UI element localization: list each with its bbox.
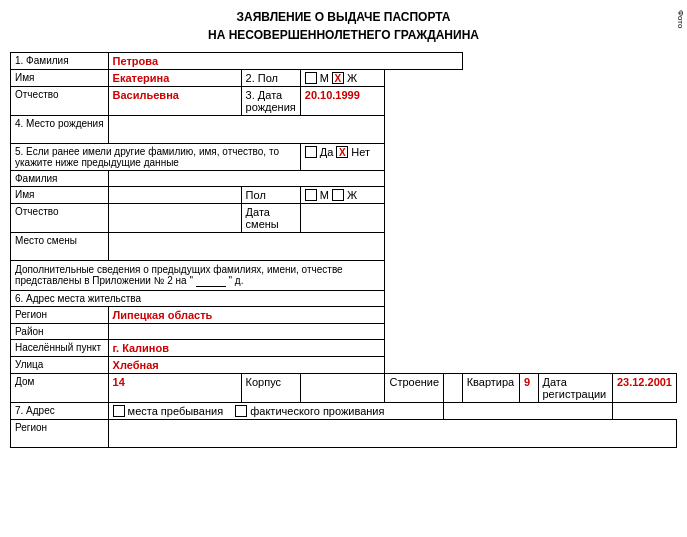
otchestvo2-row: Отчество Дата смены: [11, 204, 677, 233]
pol2-zh-checkbox[interactable]: [332, 189, 344, 201]
main-form-table: 1. Фамилия Петрова Имя Екатерина 2. Пол …: [10, 52, 677, 448]
pol-label-cell: 2. Пол: [241, 70, 300, 87]
otchestvo2-label: Отчество: [11, 204, 109, 233]
dom-value-cell: 14: [108, 374, 241, 403]
familiya-label: 1. Фамилия: [11, 53, 109, 70]
familiya2-value: [108, 171, 385, 187]
additional-text: Дополнительные сведения о предыдущих фам…: [15, 264, 343, 286]
rayon-value: [108, 324, 385, 340]
address-section-label: 6. Адрес места жительства: [11, 291, 385, 307]
ulitsa-value: Хлебная: [113, 359, 159, 371]
net-label: Нет: [351, 146, 370, 158]
data-reg-value: 23.12.2001: [617, 376, 672, 388]
imya2-row: Имя Пол М Ж: [11, 187, 677, 204]
prev-data-label-cell: 5. Если ранее имели другие фамилию, имя,…: [11, 144, 301, 171]
imya-value: Екатерина: [113, 72, 170, 84]
pol2-m-checkbox[interactable]: [305, 189, 317, 201]
imya2-value: [108, 187, 241, 204]
addr7-mesta-checkbox[interactable]: [113, 405, 125, 417]
kvartira-label: Квартира: [462, 374, 519, 403]
prev-data-row: 5. Если ранее имели другие фамилию, имя,…: [11, 144, 677, 171]
addr7-mesta-label: места пребывания: [128, 405, 224, 417]
document-title: ЗАЯВЛЕНИЕ О ВЫДАЧЕ ПАСПОРТА НА НЕСОВЕРШЕ…: [10, 8, 677, 44]
pol2-label-cell: Пол: [241, 187, 300, 204]
address-section-row: 6. Адрес места жительства: [11, 291, 677, 307]
pol-value-cell: М X Ж: [300, 70, 385, 87]
additional-row: Дополнительные сведения о предыдущих фам…: [11, 261, 677, 291]
mesto-rozhd-value: [108, 116, 385, 144]
data-reg-value-cell: 23.12.2001: [612, 374, 676, 403]
dom-row: Дом 14 Корпус Строение Квартира 9 Дата р…: [11, 374, 677, 403]
imya-row: Имя Екатерина 2. Пол М X Ж: [11, 70, 677, 87]
da-label: Да: [320, 146, 334, 158]
familiya2-label: Фамилия: [11, 171, 109, 187]
nasel-punkt-value: г. Калинов: [113, 342, 169, 354]
familiya-value: Петрова: [113, 55, 158, 67]
side-text: Фото: [675, 10, 685, 28]
addr7-checkboxes: места пребывания фактического проживания: [108, 403, 444, 420]
addr7-fact-label: фактического проживания: [250, 405, 384, 417]
page: Фото ЗАЯВЛЕНИЕ О ВЫДАЧЕ ПАСПОРТА НА НЕСО…: [0, 0, 687, 456]
nasel-punkt-value-cell: г. Калинов: [108, 340, 385, 357]
otchestvo-label: Отчество: [11, 87, 109, 116]
rayon-label: Район: [11, 324, 109, 340]
net-checkbox[interactable]: X: [336, 146, 348, 158]
korpus-value: [300, 374, 385, 403]
imya-label: Имя: [11, 70, 109, 87]
pol2-m-label: М: [320, 189, 329, 201]
otchestvo-value-cell: Васильевна: [108, 87, 241, 116]
region-value-cell: Липецкая область: [108, 307, 385, 324]
addr7-label: 7. Адрес: [11, 403, 109, 420]
ulitsa-label: Улица: [11, 357, 109, 374]
dob-value-cell: 20.10.1999: [300, 87, 385, 116]
otchestvo-row: Отчество Васильевна 3. Дата рождения 20.…: [11, 87, 677, 116]
prev-data-label: 5. Если ранее имели другие фамилию, имя,…: [15, 146, 279, 168]
familiya-row: 1. Фамилия Петрова: [11, 53, 677, 70]
stroenie-value: [444, 374, 462, 403]
da-checkbox[interactable]: [305, 146, 317, 158]
ulitsa-value-cell: Хлебная: [108, 357, 385, 374]
region2-label: Регион: [11, 420, 109, 448]
familiya2-row: Фамилия: [11, 171, 677, 187]
pol2-zh-label: Ж: [347, 189, 357, 201]
korpus-label: Корпус: [241, 374, 300, 403]
dom-label: Дом: [11, 374, 109, 403]
mesto-smeny-row: Место смены: [11, 233, 677, 261]
additional-text2: " д.: [229, 275, 244, 286]
nasel-punkt-label: Населённый пункт: [11, 340, 109, 357]
otchestvo-value: Васильевна: [113, 89, 179, 101]
data-smeny-value: [300, 204, 385, 233]
pol2-value-cell: М Ж: [300, 187, 385, 204]
pol-m-label: М: [320, 72, 329, 84]
ulitsa-row: Улица Хлебная: [11, 357, 677, 374]
nasel-punkt-row: Населённый пункт г. Калинов: [11, 340, 677, 357]
imya-value-cell: Екатерина: [108, 70, 241, 87]
dob-value: 20.10.1999: [305, 89, 360, 101]
addr7-fact-checkbox[interactable]: [235, 405, 247, 417]
imya2-label: Имя: [11, 187, 109, 204]
dom-value: 14: [113, 376, 125, 388]
mesto-smeny-label: Место смены: [11, 233, 109, 261]
stroenie-label: Строение: [385, 374, 444, 403]
rayon-row: Район: [11, 324, 677, 340]
familiya-value-cell: Петрова: [108, 53, 462, 70]
kvartira-value-cell: 9: [520, 374, 538, 403]
addr7-row: 7. Адрес места пребывания фактического п…: [11, 403, 677, 420]
mesto-rozhd-row: 4. Место рождения: [11, 116, 677, 144]
region2-row: Регион: [11, 420, 677, 448]
dob-label-cell: 3. Дата рождения: [241, 87, 300, 116]
otchestvo2-value: [108, 204, 241, 233]
pol-m-checkbox[interactable]: [305, 72, 317, 84]
mesto-smeny-value: [108, 233, 385, 261]
pol-zh-checkbox[interactable]: X: [332, 72, 344, 84]
region-row: Регион Липецкая область: [11, 307, 677, 324]
prev-data-checkboxes: Да X Нет: [300, 144, 385, 171]
region-label: Регион: [11, 307, 109, 324]
data-reg-label: Дата регистрации: [538, 374, 612, 403]
data-smeny-label-cell: Дата смены: [241, 204, 300, 233]
additional-cell: Дополнительные сведения о предыдущих фам…: [11, 261, 385, 291]
region-value: Липецкая область: [113, 309, 213, 321]
pol-zh-label: Ж: [347, 72, 357, 84]
addr7-empty: [444, 403, 613, 420]
region2-value: [108, 420, 676, 448]
